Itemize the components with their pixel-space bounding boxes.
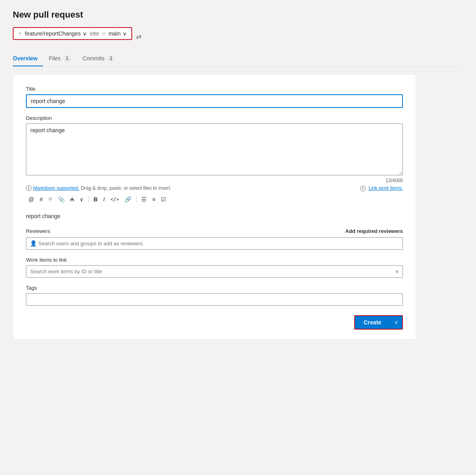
description-label: Description	[26, 115, 403, 121]
markdown-info-icon: i	[26, 185, 32, 191]
tabs: Overview Files 1 Commits 1	[13, 52, 463, 66]
ordered-list-button[interactable]: ≡	[150, 195, 158, 204]
create-button[interactable]: Create	[355, 316, 390, 329]
description-group: Description report change 13/4000 i Mark…	[26, 115, 403, 204]
create-dropdown-button[interactable]: ∨	[390, 316, 402, 329]
link-work-items-link[interactable]: Link work items.	[369, 185, 403, 191]
description-toolbar: @ # ⑂ 📎 A ∨ B I </> 🔗 ☰ ≡ ☑	[26, 195, 403, 204]
attach-button[interactable]: 📎	[56, 195, 67, 204]
work-items-select-wrapper: ∨	[26, 265, 403, 278]
title-input[interactable]	[26, 94, 403, 108]
format-chevron-button[interactable]: ∨	[77, 195, 86, 204]
hyperlink-button[interactable]: 🔗	[122, 195, 134, 204]
swap-branches-button[interactable]: ⇄	[136, 33, 141, 40]
source-branch-label: feature/reportChanges	[25, 30, 81, 37]
tab-commits[interactable]: Commits 1	[83, 52, 121, 66]
toolbar-divider-2	[136, 196, 137, 203]
source-branch-chevron-icon: ∨	[83, 30, 87, 37]
reviewers-label: Reviewers	[26, 228, 50, 234]
link-work-items-icon: i	[360, 186, 366, 191]
italic-button[interactable]: I	[101, 195, 107, 204]
hashtag-button[interactable]: #	[37, 195, 45, 204]
target-branch-button[interactable]: main ∨	[109, 30, 127, 37]
reviewers-group: Reviewers Add required reviewers 👤	[26, 228, 403, 250]
target-branch-chevron-icon: ∨	[123, 30, 127, 37]
form-footer: Create ∨	[26, 315, 403, 330]
toolbar-divider-1	[88, 196, 89, 203]
drag-drop-text: Drag & drop, paste, or select files to i…	[81, 185, 171, 191]
source-branch-button[interactable]: feature/reportChanges ∨	[25, 30, 87, 37]
work-items-group: Work items to link ∨	[26, 257, 403, 278]
description-info-bar: i Markdown supported. Drag & drop, paste…	[26, 185, 403, 191]
tags-group: Tags	[26, 285, 403, 306]
description-textarea[interactable]: report change	[26, 123, 403, 175]
tab-overview[interactable]: Overview	[13, 52, 43, 66]
page-title: New pull request	[13, 10, 463, 20]
work-items-search-input[interactable]	[26, 265, 403, 278]
into-label: into	[90, 30, 99, 37]
form-card: Title Description report change 13/4000 …	[13, 74, 416, 340]
markdown-link[interactable]: Markdown supported.	[33, 185, 79, 191]
link-work-items-right: i Link work items.	[360, 185, 403, 191]
preview-text: report change	[26, 211, 403, 221]
tab-overview-label: Overview	[13, 55, 38, 62]
source-branch-icon: ⑂	[18, 30, 22, 37]
tab-commits-badge: 1	[107, 55, 115, 62]
char-count: 13/4000	[386, 178, 403, 183]
target-branch-icon: ⑂	[102, 30, 105, 37]
create-dropdown-chevron-icon: ∨	[395, 320, 398, 325]
reviewer-search-wrapper: 👤	[26, 237, 403, 250]
bold-button[interactable]: B	[91, 195, 100, 204]
tab-files[interactable]: Files 1	[49, 52, 77, 66]
create-button-group: Create ∨	[354, 315, 403, 330]
work-items-label: Work items to link	[26, 257, 403, 263]
task-list-button[interactable]: ☑	[159, 195, 169, 204]
add-required-reviewers-link[interactable]: Add required reviewers	[345, 228, 403, 234]
tags-input[interactable]	[26, 293, 403, 306]
target-branch-label: main	[109, 30, 121, 37]
tab-commits-label: Commits	[83, 55, 105, 62]
code-button[interactable]: </>	[108, 195, 121, 203]
tabs-container: Overview Files 1 Commits 1	[13, 52, 463, 67]
title-group: Title	[26, 86, 403, 108]
tags-label: Tags	[26, 285, 403, 291]
branch-selector[interactable]: ⑂ feature/reportChanges ∨ into ⑂ main ∨	[13, 27, 132, 40]
tab-files-label: Files	[49, 55, 61, 62]
reviewer-search-input[interactable]	[26, 237, 403, 250]
unordered-list-button[interactable]: ☰	[139, 195, 149, 204]
reviewers-header: Reviewers Add required reviewers	[26, 228, 403, 234]
tab-files-badge: 1	[63, 55, 71, 62]
strikethrough-button[interactable]: A	[68, 195, 76, 204]
title-label: Title	[26, 86, 403, 92]
reviewer-search-icon: 👤	[30, 240, 37, 246]
mention-button[interactable]: @	[26, 195, 36, 204]
pr-button[interactable]: ⑂	[46, 195, 55, 204]
